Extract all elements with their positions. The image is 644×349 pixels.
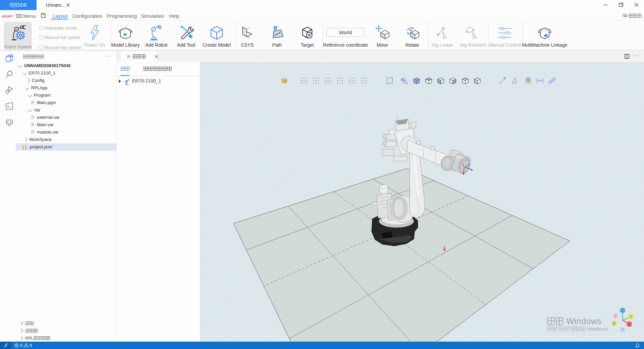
svg-text:Z: Z <box>622 309 624 312</box>
svg-text:Y: Y <box>630 315 632 319</box>
svg-text:X: X <box>628 322 631 326</box>
